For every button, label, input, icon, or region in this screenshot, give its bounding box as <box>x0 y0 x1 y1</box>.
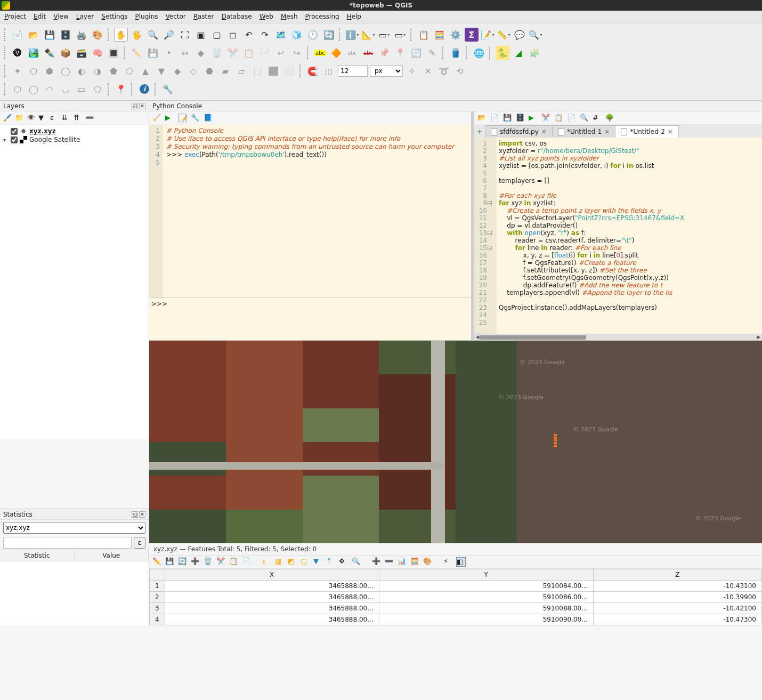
attribute-table[interactable]: XYZ 13465888.00...5910084.00...-10.43100… <box>149 569 762 625</box>
stats-layer-select[interactable]: xyz.xyz <box>3 522 145 534</box>
zoom-out-button[interactable]: 🔎 <box>162 28 176 42</box>
layer-visibility-checkbox[interactable] <box>11 136 18 143</box>
stats-expression-input[interactable] <box>3 537 132 549</box>
annotation-button[interactable]: 💬 <box>513 28 526 42</box>
menu-help[interactable]: Help <box>347 13 361 21</box>
new-3d-view-button[interactable]: 🧊 <box>290 28 304 42</box>
snap-enable-button[interactable]: 🧲 <box>306 64 320 78</box>
menu-raster[interactable]: Raster <box>193 13 214 21</box>
attr-col-header[interactable]: Y <box>379 569 593 581</box>
editor-new-tab-button[interactable]: + <box>474 128 485 135</box>
stat-header-stat[interactable]: Statistic <box>0 550 75 561</box>
snap-tolerance-input[interactable] <box>338 65 368 77</box>
attr-dock-icon[interactable]: ◧ <box>456 557 466 567</box>
menu-layer[interactable]: Layer <box>76 13 94 21</box>
shape-6[interactable]: ⬠ <box>91 82 104 96</box>
attr-zoom-selected-icon[interactable]: 🔍 <box>352 557 361 567</box>
shape-1[interactable]: ⬡ <box>11 82 25 96</box>
editor-code[interactable]: import csv, osxyzfolder = r"/home/bera/D… <box>497 138 762 334</box>
digitize-16[interactable]: ⬚ <box>250 64 264 78</box>
collapse-all-icon[interactable]: ⇈ <box>74 114 82 122</box>
snap-unit-select[interactable]: px <box>370 65 403 77</box>
attr-filter-icon[interactable]: ▼ <box>313 557 323 567</box>
attr-new-field-icon[interactable]: ➕ <box>372 557 382 567</box>
temporal-controller-button[interactable]: 🕒 <box>306 28 320 42</box>
save-as-button[interactable]: 🗄️ <box>59 28 72 42</box>
attr-edit-icon[interactable]: ✏️ <box>152 557 162 567</box>
show-tips-button[interactable]: 📝▾ <box>481 28 495 42</box>
close-tab-icon[interactable]: × <box>604 128 610 135</box>
statistical-summary-button[interactable]: Σ <box>465 28 479 42</box>
remove-layer-icon[interactable]: ➖ <box>85 114 94 122</box>
python-button[interactable]: 🐍 <box>496 46 509 60</box>
map-canvas[interactable]: © 2023 Google © 2023 Google © 2023 Googl… <box>149 341 762 543</box>
attr-paste-icon[interactable]: 📄 <box>242 557 252 567</box>
menu-edit[interactable]: Edit <box>34 13 46 21</box>
style-manager-button[interactable]: 🎨 <box>91 28 104 42</box>
save-project-button[interactable]: 💾 <box>43 28 56 42</box>
editor-save-icon[interactable]: 💾 <box>503 114 512 122</box>
no-action-button[interactable]: 🔍▾ <box>529 28 542 42</box>
layer-row[interactable]: xyz.xyz <box>3 127 145 135</box>
table-row[interactable]: 23465888.00...5910086.00...-10.39900 <box>150 592 762 603</box>
new-virtual-button[interactable]: 🔳 <box>107 46 120 60</box>
customize-button[interactable]: 🔧 <box>161 82 175 96</box>
select-button[interactable]: ▭▾ <box>377 28 391 42</box>
attr-select-expression-icon[interactable]: ε <box>262 557 272 567</box>
zoom-layer-button[interactable]: ▢ <box>210 28 224 42</box>
attr-delete-icon[interactable]: 🗑️ <box>204 557 213 567</box>
label-tool-6[interactable]: ✎ <box>425 46 439 60</box>
menu-database[interactable]: Database <box>221 13 252 21</box>
delete-selected-button[interactable]: 🗑️ <box>210 46 224 60</box>
editor-copy-icon[interactable]: 📋 <box>554 114 563 122</box>
zoom-full-button[interactable]: ⛶ <box>178 28 192 42</box>
measure-button[interactable]: 📐▾ <box>361 28 375 42</box>
undo-button[interactable]: ↩ <box>274 46 288 60</box>
processing-toolbox-button[interactable]: ⚙️ <box>449 28 463 42</box>
add-feature-button[interactable]: • <box>162 46 176 60</box>
save-edits-button[interactable]: 💾 <box>146 46 160 60</box>
close-tab-icon[interactable]: × <box>541 128 547 135</box>
close-tab-icon[interactable]: × <box>668 128 673 135</box>
digitize-12[interactable]: ◇ <box>187 64 200 78</box>
attr-organize-icon[interactable]: 📊 <box>398 557 407 567</box>
snap-settings-button[interactable]: ◫ <box>322 64 336 78</box>
manage-themes-icon[interactable]: 👁️ <box>27 114 35 122</box>
digitize-3[interactable]: ⬢ <box>43 64 56 78</box>
digitize-9[interactable]: ▲ <box>139 64 152 78</box>
menu-settings[interactable]: Settings <box>101 13 127 21</box>
cut-button[interactable]: ✂️ <box>226 46 240 60</box>
digitize-6[interactable]: ◑ <box>91 64 104 78</box>
terrain-profile-button[interactable]: ◢ <box>512 46 525 60</box>
digitize-7[interactable]: ⬟ <box>107 64 120 78</box>
add-raster-button[interactable]: 🏞️ <box>27 46 40 60</box>
editor-tab[interactable]: sfdfdssfd.py× <box>485 125 553 138</box>
console-options-icon[interactable]: 🔧 <box>191 114 199 122</box>
attr-field-calc-icon[interactable]: 🧮 <box>410 557 420 567</box>
add-group-icon[interactable]: 📁 <box>15 114 23 122</box>
editor-paste-icon[interactable]: 📄 <box>567 114 575 122</box>
digitize-1[interactable]: ✦ <box>11 64 25 78</box>
menu-processing[interactable]: Processing <box>305 13 339 21</box>
menu-project[interactable]: Project <box>4 13 26 21</box>
editor-find-icon[interactable]: 🔍 <box>580 114 588 122</box>
console-run-icon[interactable]: ▶ <box>165 114 174 122</box>
pan-to-selection-button[interactable]: 🖐️ <box>130 28 144 42</box>
attr-col-header[interactable]: Z <box>593 569 761 581</box>
attr-add-icon[interactable]: ➕ <box>191 557 200 567</box>
stats-close-icon[interactable]: ✕ <box>139 511 145 518</box>
digitize-13[interactable]: ⬣ <box>202 64 216 78</box>
digitize-10[interactable]: ▼ <box>155 64 168 78</box>
deselect-button[interactable]: ▭▾ <box>393 28 407 42</box>
layers-close-icon[interactable]: ✕ <box>139 103 145 109</box>
digitize-14[interactable]: ▰ <box>218 64 232 78</box>
pan-button[interactable]: ✋ <box>114 28 128 42</box>
zoom-last-button[interactable]: ↶ <box>242 28 256 42</box>
menu-plugins[interactable]: Plugins <box>135 13 158 21</box>
console-input[interactable]: >>> <box>149 297 471 340</box>
new-memory-layer-button[interactable]: 🧠 <box>91 46 104 60</box>
measure-button2[interactable]: 📏▾ <box>497 28 510 42</box>
new-shapefile-button[interactable]: ✒️ <box>43 46 56 60</box>
paste-button[interactable]: 📄 <box>258 46 272 60</box>
layers-detach-icon[interactable]: ◱ <box>132 103 138 109</box>
